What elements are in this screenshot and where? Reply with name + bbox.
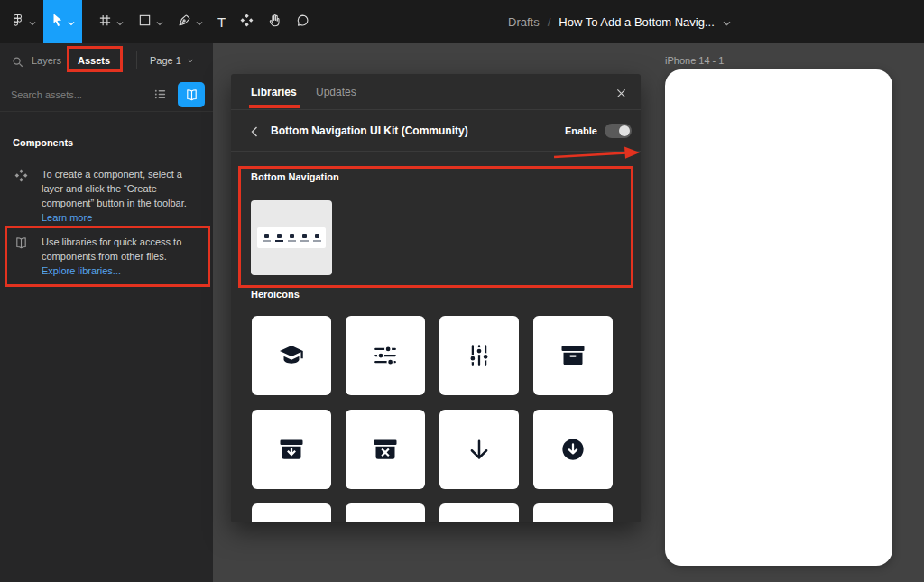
archive-box-x-mark-icon	[372, 436, 399, 463]
breadcrumb-separator: /	[548, 15, 551, 29]
pen-tool-button[interactable]	[171, 0, 210, 43]
close-button[interactable]	[614, 86, 628, 100]
chevron-down-icon	[116, 14, 124, 30]
main-menu-button[interactable]	[4, 0, 43, 43]
heroicons-grid	[252, 316, 624, 522]
comment-bubble-icon	[296, 14, 310, 31]
bottom-navigation-component-thumbnail[interactable]	[251, 200, 332, 275]
icon-tile-arrow-down-circle[interactable]	[533, 410, 613, 489]
create-component-hint-text: To create a component, select a layer an…	[42, 167, 206, 210]
modal-body: Bottom Navigation Heroicons	[231, 152, 641, 522]
comment-tool-button[interactable]	[289, 0, 317, 43]
icon-tile-academic-cap[interactable]	[252, 316, 331, 395]
explore-libraries-link[interactable]: Explore libraries...	[42, 263, 213, 278]
mini-bottom-nav-preview	[257, 227, 326, 248]
move-tool-button[interactable]	[43, 0, 82, 43]
chevron-down-icon[interactable]	[723, 15, 731, 29]
chevron-down-icon	[29, 14, 36, 30]
component-diamonds-icon	[240, 14, 254, 31]
icon-tile-partial[interactable]	[439, 503, 519, 522]
icon-tile-archive-box-x-mark[interactable]	[346, 410, 425, 489]
chevron-down-icon	[187, 59, 194, 63]
frame-icon	[98, 14, 112, 31]
section-bottom-navigation-label: Bottom Navigation	[251, 171, 339, 182]
icon-tile-partial[interactable]	[533, 503, 613, 522]
icon-tile-partial[interactable]	[252, 503, 331, 522]
hand-icon	[268, 14, 282, 31]
chevron-down-icon	[68, 14, 75, 30]
libraries-modal: Libraries Updates Bottom Navigation UI K…	[231, 74, 641, 522]
text-tool-icon: T	[217, 14, 226, 30]
use-libraries-hint: Use libraries for quick access to compon…	[0, 235, 213, 278]
book-icon	[185, 88, 199, 102]
mini-nav-item	[275, 234, 283, 242]
frame-tool-button[interactable]	[91, 0, 131, 43]
iphone-frame[interactable]	[665, 69, 892, 566]
adjustments-horizontal-icon	[372, 342, 399, 369]
shape-tool-button[interactable]	[131, 0, 171, 43]
create-component-hint: To create a component, select a layer an…	[0, 167, 213, 225]
chevron-down-icon	[156, 14, 163, 30]
tab-layers[interactable]: Layers	[32, 55, 61, 66]
component-diamonds-icon	[14, 169, 28, 186]
toggle-knob	[619, 125, 630, 136]
toolbar: T	[0, 0, 924, 43]
tab-assets[interactable]: Assets	[78, 55, 110, 66]
learn-more-link[interactable]: Learn more	[42, 210, 213, 225]
mini-nav-item	[288, 234, 296, 242]
page-selector-label: Page 1	[150, 55, 181, 66]
mini-nav-item	[263, 234, 271, 242]
breadcrumb: Drafts / How To Add a Bottom Navig...	[508, 0, 731, 43]
assets-search-input[interactable]	[11, 85, 146, 105]
arrow-down-circle-icon	[559, 436, 587, 463]
divider	[136, 51, 137, 69]
use-libraries-hint-text: Use libraries for quick access to compon…	[42, 235, 206, 263]
document-title[interactable]: How To Add a Bottom Navig...	[559, 15, 714, 29]
assets-search-row	[0, 78, 213, 112]
components-heading: Components	[13, 137, 73, 148]
icon-tile-adjustments-horizontal[interactable]	[346, 316, 425, 395]
tab-updates[interactable]: Updates	[316, 86, 356, 98]
library-subheader: Bottom Navigation UI Kit (Community) Ena…	[231, 110, 641, 152]
chevron-down-icon	[196, 14, 203, 30]
adjustments-vertical-icon	[466, 342, 493, 369]
modal-header: Libraries Updates	[231, 74, 641, 110]
text-tool-button[interactable]: T	[210, 0, 233, 43]
page-selector[interactable]: Page 1	[150, 55, 194, 66]
panel-tabs-row: Layers Assets Page 1	[0, 43, 213, 78]
chevron-left-icon	[251, 126, 258, 137]
book-icon	[14, 236, 28, 254]
icon-tile-partial[interactable]	[346, 503, 425, 522]
enable-label: Enable	[565, 125, 597, 136]
archive-box-arrow-down-icon	[278, 436, 305, 463]
list-view-icon[interactable]	[153, 88, 167, 105]
icon-tile-arrow-down[interactable]	[439, 410, 519, 489]
tab-libraries[interactable]: Libraries	[251, 86, 297, 98]
icon-tile-archive-box[interactable]	[533, 316, 613, 395]
back-button[interactable]	[251, 125, 258, 141]
component-tool-button[interactable]	[233, 0, 261, 43]
icon-tile-archive-box-arrow-down[interactable]	[252, 410, 331, 489]
section-heroicons-label: Heroicons	[251, 289, 300, 300]
enable-toggle[interactable]	[605, 124, 632, 138]
mini-nav-item	[300, 234, 309, 242]
mini-nav-item	[313, 234, 321, 242]
icon-tile-adjustments-vertical[interactable]	[439, 316, 519, 395]
frame-label[interactable]: iPhone 14 - 1	[665, 55, 724, 66]
academic-cap-icon	[278, 342, 305, 369]
breadcrumb-folder[interactable]: Drafts	[508, 15, 540, 29]
rectangle-icon	[138, 14, 152, 31]
search-icon[interactable]	[12, 55, 23, 71]
hand-tool-button[interactable]	[261, 0, 289, 43]
figma-app-window: T	[0, 0, 924, 582]
left-panel: Layers Assets Page 1 Components	[0, 43, 213, 582]
pen-icon	[178, 14, 191, 31]
move-cursor-icon	[51, 13, 63, 31]
figma-logo-icon	[11, 14, 24, 31]
close-icon	[616, 88, 626, 98]
library-title: Bottom Navigation UI Kit (Community)	[271, 125, 468, 137]
archive-box-icon	[559, 342, 587, 369]
libraries-button[interactable]	[178, 82, 205, 107]
arrow-down-icon	[466, 436, 493, 463]
